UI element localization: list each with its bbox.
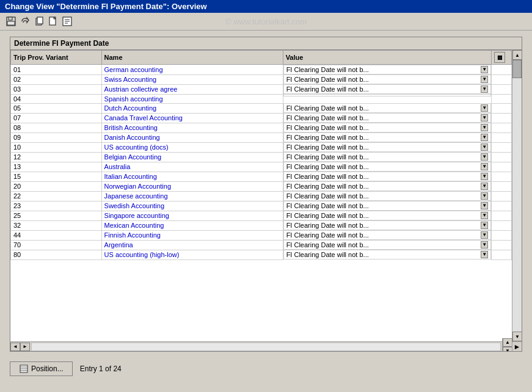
cell-trip: 15 xyxy=(11,172,102,181)
title-bar: Change View "Determine FI Payment Date":… xyxy=(0,0,532,13)
cell-btn xyxy=(492,162,512,172)
cell-btn xyxy=(492,181,512,191)
cell-name: German accounting xyxy=(101,65,283,75)
value-dropdown-btn[interactable]: ▼ xyxy=(481,212,488,219)
position-icon xyxy=(19,364,29,374)
value-dropdown-btn[interactable]: ▼ xyxy=(481,124,488,131)
cell-btn xyxy=(492,113,512,123)
cell-name: Mexican Accounting xyxy=(101,220,283,230)
value-dropdown-btn[interactable]: ▼ xyxy=(481,183,488,190)
cell-trip: 08 xyxy=(11,123,102,132)
table-row[interactable]: 09Danish AccountingFI Clearing Date will… xyxy=(11,132,512,142)
table-header-row: Trip Prov. Variant Name Value ▦ xyxy=(11,51,512,65)
table-row[interactable]: 23Swedish AccountingFI Clearing Date wil… xyxy=(11,201,512,211)
cell-name: Spanish accounting xyxy=(101,94,283,103)
table-row[interactable]: 22Japanese accountingFI Clearing Date wi… xyxy=(11,191,512,201)
footer: Position... Entry 1 of 24 xyxy=(10,358,522,380)
cell-trip: 23 xyxy=(11,201,102,211)
value-dropdown-btn[interactable]: ▼ xyxy=(481,241,488,249)
copy-icon[interactable] xyxy=(33,15,45,27)
cell-value: FI Clearing Date will not b...▼ xyxy=(283,181,492,191)
cell-btn xyxy=(492,103,512,113)
value-dropdown-btn[interactable]: ▼ xyxy=(481,66,488,73)
table-row[interactable]: 05Dutch AccountingFI Clearing Date will … xyxy=(11,103,512,113)
table-row[interactable]: 08British AccountingFI Clearing Date wil… xyxy=(11,123,512,132)
cell-value: FI Clearing Date will not b...▼ xyxy=(283,240,492,250)
save-icon[interactable] xyxy=(5,15,17,27)
svg-rect-2 xyxy=(7,21,15,25)
table-row[interactable]: 01German accountingFI Clearing Date will… xyxy=(11,65,512,75)
position-button[interactable]: Position... xyxy=(10,361,73,376)
value-dropdown-btn[interactable]: ▼ xyxy=(481,192,488,200)
value-dropdown-btn[interactable]: ▼ xyxy=(481,134,488,141)
cell-value: FI Clearing Date will not b...▼ xyxy=(283,191,492,201)
cell-trip: 20 xyxy=(11,181,102,191)
hscroll-right-end-btn[interactable]: ► xyxy=(512,343,522,351)
title-text: Change View "Determine FI Payment Date":… xyxy=(5,2,207,11)
scroll-up-btn[interactable]: ▲ xyxy=(512,50,522,60)
svg-rect-4 xyxy=(37,17,43,24)
value-dropdown-btn[interactable]: ▼ xyxy=(481,231,488,239)
cell-name: Belgian Accounting xyxy=(101,152,283,162)
properties-icon[interactable] xyxy=(61,15,73,27)
vscroll-mini-down[interactable]: ▼ xyxy=(503,347,512,352)
table-row[interactable]: 25Singapore accountingFI Clearing Date w… xyxy=(11,211,512,220)
table-row[interactable]: 02Swiss AccountingFI Clearing Date will … xyxy=(11,74,512,84)
scroll-down-btn[interactable]: ▼ xyxy=(512,332,522,341)
value-dropdown-btn[interactable]: ▼ xyxy=(481,104,488,112)
vscroll-mini-up[interactable]: ▲ xyxy=(503,338,512,347)
value-dropdown-btn[interactable]: ▼ xyxy=(481,143,488,151)
value-dropdown-btn[interactable]: ▼ xyxy=(481,85,488,93)
scroll-thumb[interactable] xyxy=(512,60,522,78)
cell-name: Canada Travel Accounting xyxy=(101,113,283,123)
value-dropdown-btn[interactable]: ▼ xyxy=(481,202,488,209)
table-row[interactable]: 20Norwegian AccountingFI Clearing Date w… xyxy=(11,181,512,191)
hscroll-left-btn[interactable]: ◄ xyxy=(10,343,20,351)
scroll-track[interactable] xyxy=(512,60,522,332)
cell-value: FI Clearing Date will not b...▼ xyxy=(283,103,492,113)
table-scroll[interactable]: Trip Prov. Variant Name Value ▦ xyxy=(10,50,512,341)
cell-trip: 09 xyxy=(11,132,102,142)
table-row[interactable]: 12Belgian AccountingFI Clearing Date wil… xyxy=(11,152,512,162)
table-row[interactable]: 04Spanish accounting xyxy=(11,94,512,103)
cell-name: Norwegian Accounting xyxy=(101,181,283,191)
col-header-btn[interactable]: ▦ xyxy=(492,51,512,65)
column-settings-icon[interactable]: ▦ xyxy=(494,52,505,63)
hscroll-track[interactable] xyxy=(31,343,501,351)
right-scrollbar[interactable]: ▲ ▼ xyxy=(512,50,522,341)
table-row[interactable]: 80US accounting (high-low)FI Clearing Da… xyxy=(11,250,512,260)
undo-icon[interactable] xyxy=(19,15,31,27)
new-icon[interactable] xyxy=(47,15,59,27)
value-dropdown-btn[interactable]: ▼ xyxy=(481,251,488,258)
cell-value: FI Clearing Date will not b...▼ xyxy=(283,74,492,84)
cell-trip: 07 xyxy=(11,113,102,123)
main-panel: Determine FI Payment Date Trip Prov. Var… xyxy=(10,37,522,352)
content-area: Determine FI Payment Date Trip Prov. Var… xyxy=(0,31,532,386)
value-dropdown-btn[interactable]: ▼ xyxy=(481,153,488,161)
value-dropdown-btn[interactable]: ▼ xyxy=(481,114,488,122)
hscroll-right-btn[interactable]: ► xyxy=(20,343,30,351)
table-row[interactable]: 07Canada Travel AccountingFI Clearing Da… xyxy=(11,113,512,123)
table-row[interactable]: 32Mexican AccountingFI Clearing Date wil… xyxy=(11,220,512,230)
cell-trip: 03 xyxy=(11,84,102,94)
cell-value xyxy=(283,94,492,96)
table-row[interactable]: 03Austrian collective agreeFI Clearing D… xyxy=(11,84,512,94)
cell-name: Swiss Accounting xyxy=(101,74,283,84)
cell-name: Dutch Accounting xyxy=(101,103,283,113)
cell-value: FI Clearing Date will not b...▼ xyxy=(283,142,492,152)
value-dropdown-btn[interactable]: ▼ xyxy=(481,222,488,229)
value-dropdown-btn[interactable]: ▼ xyxy=(481,173,488,180)
value-dropdown-btn[interactable]: ▼ xyxy=(481,163,488,170)
cell-trip: 25 xyxy=(11,211,102,220)
cell-btn xyxy=(492,84,512,94)
table-row[interactable]: 10US accounting (docs)FI Clearing Date w… xyxy=(11,142,512,152)
value-dropdown-btn[interactable]: ▼ xyxy=(481,76,488,83)
table-row[interactable]: 13AustraliaFI Clearing Date will not b..… xyxy=(11,162,512,172)
table-row[interactable]: 44Finnish AccountingFI Clearing Date wil… xyxy=(11,230,512,240)
cell-name: Austrian collective agree xyxy=(101,84,283,94)
table-row[interactable]: 70ArgentinaFI Clearing Date will not b..… xyxy=(11,240,512,250)
table-row[interactable]: 15Italian AccountingFI Clearing Date wil… xyxy=(11,172,512,181)
panel-header: Determine FI Payment Date xyxy=(10,37,522,50)
cell-value: FI Clearing Date will not b...▼ xyxy=(283,152,492,162)
scroll-area: Trip Prov. Variant Name Value ▦ xyxy=(10,50,522,341)
